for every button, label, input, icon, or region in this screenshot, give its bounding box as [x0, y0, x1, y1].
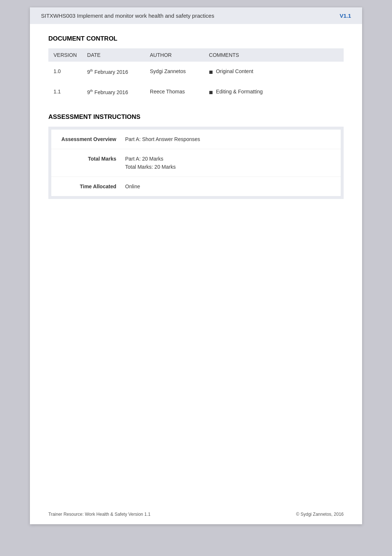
document-control-heading: DOCUMENT CONTROL [48, 35, 344, 42]
col-header-author: AUTHOR [145, 48, 204, 62]
footer-left: Trainer Resource: Work Health & Safety V… [48, 512, 151, 517]
table-row: 1.09th February 2016Sydgi Zannetos■Origi… [48, 62, 344, 82]
cell-version: 1.1 [48, 82, 82, 102]
assess-row-label: Assessment Overview [59, 136, 125, 142]
assess-row: Total MarksPart A: 20 MarksTotal Marks: … [51, 149, 341, 177]
assessment-instructions-section: ASSESSMENT INSTRUCTIONS Assessment Overv… [48, 113, 344, 199]
cell-author: Sydgi Zannetos [145, 62, 204, 82]
table-row: 1.19th February 2016Reece Thomas■Editing… [48, 82, 344, 102]
assess-row: Time AllocatedOnline [51, 177, 341, 196]
assess-row-value: Part A: Short Answer Responses [125, 136, 333, 142]
footer-right: © Sydgi Zannetos, 2016 [296, 512, 344, 517]
col-header-version: VERSION [48, 48, 82, 62]
assess-row-label: Total Marks [59, 156, 125, 170]
cell-author: Reece Thomas [145, 82, 204, 102]
page: SITXWHS003 Implement and monitor work he… [30, 7, 362, 524]
assess-row-label: Time Allocated [59, 183, 125, 189]
assessment-inner: Assessment OverviewPart A: Short Answer … [51, 130, 341, 196]
cell-comments: ■Original Content [204, 62, 344, 82]
footer: Trainer Resource: Work Health & Safety V… [48, 512, 344, 517]
assess-row-value: Part A: 20 MarksTotal Marks: 20 Marks [125, 156, 333, 170]
header-title: SITXWHS003 Implement and monitor work he… [41, 13, 214, 19]
cell-date: 9th February 2016 [82, 82, 145, 102]
document-control-table: VERSION DATE AUTHOR COMMENTS 1.09th Febr… [48, 48, 344, 102]
assessment-instructions-heading: ASSESSMENT INSTRUCTIONS [48, 113, 344, 121]
assess-row-value: Online [125, 183, 333, 189]
col-header-date: DATE [82, 48, 145, 62]
header-version: V1.1 [340, 13, 351, 19]
cell-version: 1.0 [48, 62, 82, 82]
cell-date: 9th February 2016 [82, 62, 145, 82]
assess-row: Assessment OverviewPart A: Short Answer … [51, 130, 341, 149]
cell-comments: ■Editing & Formatting [204, 82, 344, 102]
header-bar: SITXWHS003 Implement and monitor work he… [30, 7, 362, 24]
col-header-comments: COMMENTS [204, 48, 344, 62]
assessment-wrapper: Assessment OverviewPart A: Short Answer … [48, 127, 344, 199]
